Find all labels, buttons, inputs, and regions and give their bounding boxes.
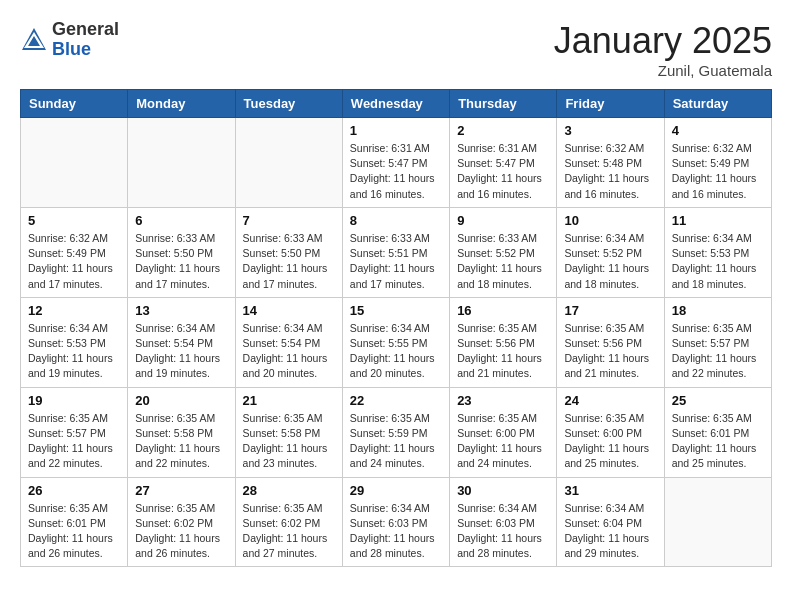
calendar-day-cell: 13Sunrise: 6:34 AM Sunset: 5:54 PM Dayli… (128, 297, 235, 387)
logo-general-text: General (52, 20, 119, 40)
day-info: Sunrise: 6:32 AM Sunset: 5:49 PM Dayligh… (28, 231, 120, 292)
calendar-col-header: Saturday (664, 90, 771, 118)
calendar-table: SundayMondayTuesdayWednesdayThursdayFrid… (20, 89, 772, 567)
day-info: Sunrise: 6:34 AM Sunset: 5:52 PM Dayligh… (564, 231, 656, 292)
calendar-week-row: 19Sunrise: 6:35 AM Sunset: 5:57 PM Dayli… (21, 387, 772, 477)
day-info: Sunrise: 6:35 AM Sunset: 5:57 PM Dayligh… (672, 321, 764, 382)
day-info: Sunrise: 6:35 AM Sunset: 5:58 PM Dayligh… (243, 411, 335, 472)
day-number: 10 (564, 213, 656, 228)
day-info: Sunrise: 6:35 AM Sunset: 6:01 PM Dayligh… (672, 411, 764, 472)
day-number: 25 (672, 393, 764, 408)
calendar-col-header: Wednesday (342, 90, 449, 118)
calendar-week-row: 26Sunrise: 6:35 AM Sunset: 6:01 PM Dayli… (21, 477, 772, 567)
day-number: 2 (457, 123, 549, 138)
calendar-header-row: SundayMondayTuesdayWednesdayThursdayFrid… (21, 90, 772, 118)
title-block: January 2025 Zunil, Guatemala (554, 20, 772, 79)
calendar-day-cell (664, 477, 771, 567)
day-number: 26 (28, 483, 120, 498)
calendar-day-cell: 1Sunrise: 6:31 AM Sunset: 5:47 PM Daylig… (342, 118, 449, 208)
calendar-day-cell: 11Sunrise: 6:34 AM Sunset: 5:53 PM Dayli… (664, 207, 771, 297)
calendar-day-cell (128, 118, 235, 208)
calendar-day-cell: 28Sunrise: 6:35 AM Sunset: 6:02 PM Dayli… (235, 477, 342, 567)
calendar-day-cell: 23Sunrise: 6:35 AM Sunset: 6:00 PM Dayli… (450, 387, 557, 477)
calendar-day-cell: 20Sunrise: 6:35 AM Sunset: 5:58 PM Dayli… (128, 387, 235, 477)
calendar-day-cell: 27Sunrise: 6:35 AM Sunset: 6:02 PM Dayli… (128, 477, 235, 567)
calendar-day-cell: 29Sunrise: 6:34 AM Sunset: 6:03 PM Dayli… (342, 477, 449, 567)
day-number: 3 (564, 123, 656, 138)
day-info: Sunrise: 6:34 AM Sunset: 6:04 PM Dayligh… (564, 501, 656, 562)
month-title: January 2025 (554, 20, 772, 62)
calendar-week-row: 5Sunrise: 6:32 AM Sunset: 5:49 PM Daylig… (21, 207, 772, 297)
day-number: 21 (243, 393, 335, 408)
day-info: Sunrise: 6:31 AM Sunset: 5:47 PM Dayligh… (457, 141, 549, 202)
day-info: Sunrise: 6:33 AM Sunset: 5:52 PM Dayligh… (457, 231, 549, 292)
day-number: 29 (350, 483, 442, 498)
day-info: Sunrise: 6:32 AM Sunset: 5:48 PM Dayligh… (564, 141, 656, 202)
day-number: 22 (350, 393, 442, 408)
day-info: Sunrise: 6:35 AM Sunset: 5:59 PM Dayligh… (350, 411, 442, 472)
day-info: Sunrise: 6:35 AM Sunset: 5:58 PM Dayligh… (135, 411, 227, 472)
calendar-day-cell: 6Sunrise: 6:33 AM Sunset: 5:50 PM Daylig… (128, 207, 235, 297)
calendar-day-cell: 18Sunrise: 6:35 AM Sunset: 5:57 PM Dayli… (664, 297, 771, 387)
day-info: Sunrise: 6:34 AM Sunset: 5:53 PM Dayligh… (672, 231, 764, 292)
calendar-day-cell: 22Sunrise: 6:35 AM Sunset: 5:59 PM Dayli… (342, 387, 449, 477)
location-text: Zunil, Guatemala (554, 62, 772, 79)
calendar-week-row: 12Sunrise: 6:34 AM Sunset: 5:53 PM Dayli… (21, 297, 772, 387)
calendar-day-cell: 21Sunrise: 6:35 AM Sunset: 5:58 PM Dayli… (235, 387, 342, 477)
calendar-col-header: Monday (128, 90, 235, 118)
day-info: Sunrise: 6:34 AM Sunset: 5:55 PM Dayligh… (350, 321, 442, 382)
calendar-day-cell: 8Sunrise: 6:33 AM Sunset: 5:51 PM Daylig… (342, 207, 449, 297)
day-number: 27 (135, 483, 227, 498)
calendar-day-cell: 16Sunrise: 6:35 AM Sunset: 5:56 PM Dayli… (450, 297, 557, 387)
day-number: 7 (243, 213, 335, 228)
day-info: Sunrise: 6:31 AM Sunset: 5:47 PM Dayligh… (350, 141, 442, 202)
calendar-day-cell (235, 118, 342, 208)
calendar-day-cell: 10Sunrise: 6:34 AM Sunset: 5:52 PM Dayli… (557, 207, 664, 297)
day-info: Sunrise: 6:34 AM Sunset: 5:54 PM Dayligh… (243, 321, 335, 382)
day-number: 9 (457, 213, 549, 228)
day-number: 24 (564, 393, 656, 408)
day-number: 13 (135, 303, 227, 318)
day-number: 12 (28, 303, 120, 318)
day-number: 16 (457, 303, 549, 318)
calendar-week-row: 1Sunrise: 6:31 AM Sunset: 5:47 PM Daylig… (21, 118, 772, 208)
calendar-day-cell: 2Sunrise: 6:31 AM Sunset: 5:47 PM Daylig… (450, 118, 557, 208)
day-info: Sunrise: 6:34 AM Sunset: 5:54 PM Dayligh… (135, 321, 227, 382)
calendar-col-header: Thursday (450, 90, 557, 118)
day-number: 30 (457, 483, 549, 498)
day-number: 15 (350, 303, 442, 318)
calendar-day-cell: 9Sunrise: 6:33 AM Sunset: 5:52 PM Daylig… (450, 207, 557, 297)
calendar-day-cell: 4Sunrise: 6:32 AM Sunset: 5:49 PM Daylig… (664, 118, 771, 208)
day-number: 11 (672, 213, 764, 228)
calendar-day-cell: 5Sunrise: 6:32 AM Sunset: 5:49 PM Daylig… (21, 207, 128, 297)
day-number: 4 (672, 123, 764, 138)
calendar-col-header: Friday (557, 90, 664, 118)
calendar-col-header: Tuesday (235, 90, 342, 118)
day-number: 17 (564, 303, 656, 318)
logo-icon (20, 26, 48, 54)
day-number: 19 (28, 393, 120, 408)
calendar-day-cell: 24Sunrise: 6:35 AM Sunset: 6:00 PM Dayli… (557, 387, 664, 477)
day-info: Sunrise: 6:33 AM Sunset: 5:51 PM Dayligh… (350, 231, 442, 292)
calendar-day-cell: 31Sunrise: 6:34 AM Sunset: 6:04 PM Dayli… (557, 477, 664, 567)
calendar-day-cell: 26Sunrise: 6:35 AM Sunset: 6:01 PM Dayli… (21, 477, 128, 567)
logo-text: General Blue (52, 20, 119, 60)
logo: General Blue (20, 20, 119, 60)
day-info: Sunrise: 6:34 AM Sunset: 6:03 PM Dayligh… (350, 501, 442, 562)
day-number: 18 (672, 303, 764, 318)
day-info: Sunrise: 6:35 AM Sunset: 5:56 PM Dayligh… (564, 321, 656, 382)
calendar-day-cell: 14Sunrise: 6:34 AM Sunset: 5:54 PM Dayli… (235, 297, 342, 387)
day-number: 5 (28, 213, 120, 228)
day-info: Sunrise: 6:35 AM Sunset: 6:01 PM Dayligh… (28, 501, 120, 562)
calendar-day-cell: 15Sunrise: 6:34 AM Sunset: 5:55 PM Dayli… (342, 297, 449, 387)
day-number: 14 (243, 303, 335, 318)
day-number: 31 (564, 483, 656, 498)
day-number: 6 (135, 213, 227, 228)
calendar-day-cell: 30Sunrise: 6:34 AM Sunset: 6:03 PM Dayli… (450, 477, 557, 567)
calendar-day-cell: 25Sunrise: 6:35 AM Sunset: 6:01 PM Dayli… (664, 387, 771, 477)
calendar-day-cell: 12Sunrise: 6:34 AM Sunset: 5:53 PM Dayli… (21, 297, 128, 387)
day-info: Sunrise: 6:35 AM Sunset: 6:02 PM Dayligh… (243, 501, 335, 562)
day-number: 1 (350, 123, 442, 138)
day-info: Sunrise: 6:35 AM Sunset: 6:00 PM Dayligh… (564, 411, 656, 472)
day-info: Sunrise: 6:35 AM Sunset: 6:00 PM Dayligh… (457, 411, 549, 472)
